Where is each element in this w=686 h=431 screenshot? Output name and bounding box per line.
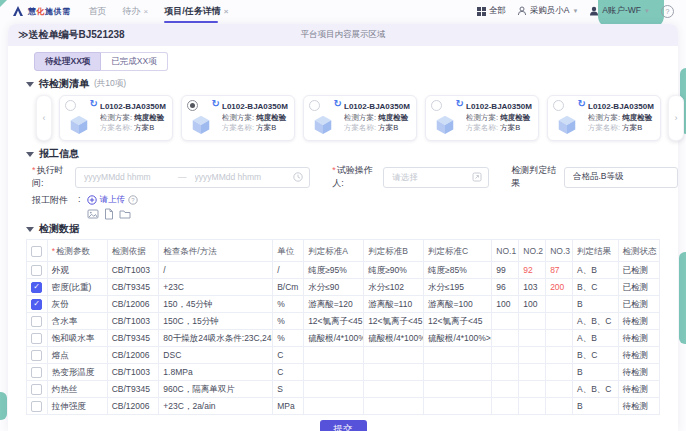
row-checkbox[interactable]: [31, 384, 42, 395]
test-card[interactable]: ↻ L0102-BJA0350M 检测方案: 纯度检验 方案名称: 方案B: [303, 95, 417, 141]
checklist-count: (共10项): [94, 78, 126, 90]
cell-value: 拉伸强度: [52, 401, 86, 411]
test-card[interactable]: ↻ L0102-BJA0350M 检测方案: 纯度检验 方案名称: 方案B: [425, 95, 539, 141]
select-all-checkbox[interactable]: [31, 246, 42, 257]
user-name: A账户-WF: [602, 5, 641, 17]
platform-note: 平台项目内容展示区域: [8, 29, 678, 41]
caret-down-icon[interactable]: [26, 82, 34, 87]
brand: 慧化施供需: [12, 5, 71, 17]
cell-result: B、C: [573, 347, 619, 364]
row-checkbox[interactable]: [31, 299, 42, 310]
result-label: 检测判定结果: [511, 164, 559, 190]
refresh-icon: ↻: [456, 99, 464, 109]
test-card[interactable]: ↻ L0102-BJA0350M 检测方案: 纯度检验 方案名称: 方案B: [59, 95, 173, 141]
picker-icon[interactable]: [472, 172, 482, 182]
cell-basis: CB/T9345: [107, 381, 159, 398]
cell-value: 灰份: [52, 299, 69, 309]
cell-value: CB/T9345: [112, 384, 150, 394]
user-menu-buyer[interactable]: 采购员小A ▼: [517, 5, 579, 17]
date-range-input[interactable]: —: [75, 167, 310, 188]
submit-button[interactable]: 提交: [320, 420, 367, 431]
carousel-next-button[interactable]: ›: [668, 95, 684, 141]
cell-value: DSC: [163, 350, 181, 360]
col-standard-c: 判定标准C: [424, 240, 492, 262]
cell-value: C: [277, 367, 283, 377]
name-value: 方案B: [622, 123, 642, 132]
table-row: 密度(比重)CB/T9345+23CB/Cm水分≤90水分≤102水分≤1959…: [27, 279, 660, 296]
filter-tabs: 待处理XX项 已完成XX项: [34, 52, 678, 71]
date-separator: —: [178, 172, 187, 182]
row-checkbox[interactable]: [31, 265, 42, 276]
upload-label: 请上传: [100, 194, 126, 206]
cube-icon: ↻: [434, 101, 462, 135]
cell-value: 12<氯离子<45: [308, 316, 362, 326]
all-apps-button[interactable]: 全部: [477, 5, 506, 17]
result-input[interactable]: [571, 171, 671, 183]
row-checkbox[interactable]: [31, 282, 42, 293]
date-end-input[interactable]: [193, 171, 283, 183]
cell-value: 含水率: [52, 316, 78, 326]
cell-basis: CB/T9345: [107, 279, 159, 296]
cell-value: B: [577, 401, 583, 411]
section-title-text: 待检测清单: [39, 77, 89, 91]
caret-down-icon[interactable]: [26, 227, 34, 232]
cell-standard-a: [304, 347, 364, 364]
upload-link[interactable]: 请上传 ?: [87, 194, 139, 206]
row-checkbox[interactable]: [31, 350, 42, 361]
file-icon[interactable]: [103, 208, 115, 220]
carousel-prev-button[interactable]: ‹: [36, 95, 52, 141]
plan-label: 检测方案:: [222, 113, 254, 122]
operator-select[interactable]: [383, 167, 489, 188]
main-panel: 平台项目内容展示区域 ≫送检单编号BJ521238 待处理XX项 已完成XX项 …: [8, 24, 678, 431]
folder-icon[interactable]: [119, 208, 131, 220]
cell-basis: CB/T9345: [107, 330, 159, 347]
filter-tab-done[interactable]: 已完成XX项: [101, 52, 167, 71]
cell-condition: 80干燥放24吸水条件:23C,24H: [159, 330, 273, 347]
date-start-input[interactable]: [82, 171, 172, 183]
cell-result: B: [573, 296, 619, 313]
cell-select: [27, 381, 48, 398]
test-card[interactable]: ↻ L0102-BJA0350M 检测方案: 纯度检验 方案名称: 方案B: [547, 95, 661, 141]
caret-down-icon[interactable]: [26, 152, 34, 157]
cell-value: +23C，2a/ain: [163, 401, 215, 411]
cell-status: 待检测: [618, 330, 659, 347]
close-icon[interactable]: ×: [144, 7, 149, 16]
help-icon[interactable]: ?: [661, 5, 674, 18]
test-card[interactable]: ↻ L0102-BJA0350M 检测方案: 纯度检验 方案名称: 方案B: [181, 95, 295, 141]
close-icon[interactable]: ×: [224, 7, 229, 16]
tab-todo[interactable]: 待办×: [123, 5, 149, 18]
table-header-row: *检测参数检测依据检查条件/方法单位判定标准A判定标准B判定标准CNO.1NO.…: [27, 240, 660, 262]
cell-select: [27, 262, 48, 279]
result-input-box[interactable]: [564, 167, 678, 188]
cell-standard-c: 游离酸=100: [424, 296, 492, 313]
tab-task-detail[interactable]: 项目/任务详情×: [164, 5, 228, 18]
operator-input[interactable]: [390, 171, 464, 183]
row-checkbox[interactable]: [31, 367, 42, 378]
tab-home[interactable]: 首页: [89, 5, 107, 18]
filter-tab-pending[interactable]: 待处理XX项: [34, 52, 101, 71]
row-checkbox[interactable]: [31, 316, 42, 327]
image-icon[interactable]: [87, 208, 99, 220]
cell-standard-a: 游离酸=120: [304, 296, 364, 313]
cell-no1: [492, 313, 519, 330]
cell-param: 含水率: [47, 313, 107, 330]
cell-value: CB/T1003: [112, 316, 150, 326]
checklist-section-title: 待检测清单 (共10项): [26, 77, 678, 91]
card-title: L0102-BJA0350M: [588, 102, 654, 113]
cell-value: CB/12006: [112, 299, 150, 309]
cell-value: 200: [550, 282, 564, 292]
cell-value: 待检测: [623, 316, 649, 326]
cell-standard-b: 水分≤102: [364, 279, 424, 296]
cell-value: 99: [496, 265, 505, 275]
plan-value: 纯度检验: [500, 113, 530, 122]
cell-standard-a: [304, 381, 364, 398]
cell-standard-a: 12<氯离子<45: [304, 313, 364, 330]
row-checkbox[interactable]: [31, 401, 42, 412]
cell-standard-a: 水分≤90: [304, 279, 364, 296]
row-checkbox[interactable]: [31, 333, 42, 344]
plan-label: 检测方案:: [588, 113, 620, 122]
user-menu-account[interactable]: A账户-WF ▼: [589, 5, 650, 17]
cell-condition: DSC: [159, 347, 273, 364]
cell-select: [27, 279, 48, 296]
cell-status: 待检测: [618, 381, 659, 398]
